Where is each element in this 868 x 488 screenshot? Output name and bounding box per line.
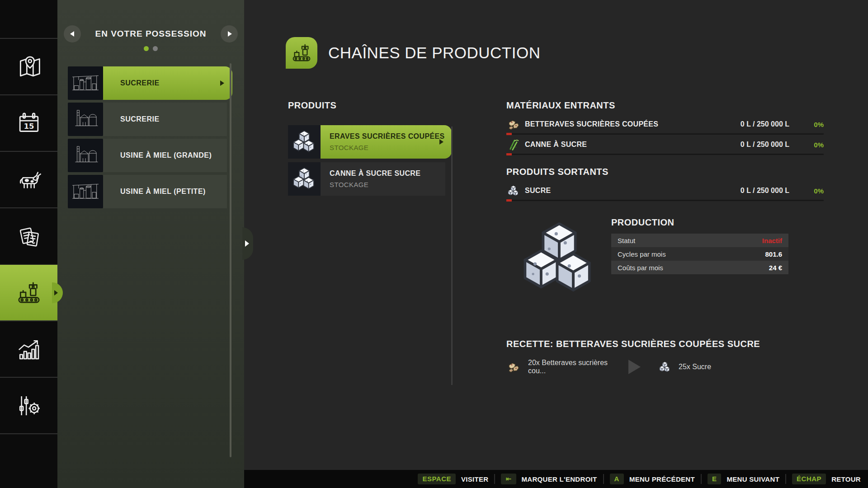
building-list: SUCRERIE SUCRERIE USINE À MIEL (GRANDE): [68, 66, 227, 211]
production-block: PRODUCTION Statut Inactif Cycles par moi…: [506, 217, 824, 300]
hint-menu-suivant: E MENU SUIVANT: [708, 474, 779, 485]
sidebar-item-contracts[interactable]: [0, 207, 57, 264]
refinery-thumbnail-icon: [71, 180, 100, 203]
stat-value-status: Inactif: [762, 237, 782, 244]
sugar-cubes-icon: [292, 166, 317, 192]
hint-label: RETOUR: [831, 475, 861, 483]
sidebar-item-map[interactable]: [0, 38, 57, 94]
key-espace: ESPACE: [418, 474, 456, 485]
page-dot-active[interactable]: [144, 46, 149, 51]
output-percent: 0%: [789, 187, 824, 195]
input-row-canne: CANNE À SUCRE 0 L / 250 000 L 0%: [506, 138, 824, 155]
stat-value: 801.6: [765, 250, 782, 258]
stat-label: Statut: [618, 237, 635, 244]
product-thumbnail: [288, 125, 321, 159]
recipe-row: 20x Betteraves sucrières cou... 25x Sucr…: [506, 359, 824, 375]
hint-label: VISITER: [461, 475, 488, 483]
production-icon: [291, 42, 312, 63]
product-image-sugar: [519, 217, 599, 300]
selected-arrow-icon: [439, 139, 443, 145]
cow-icon: [16, 167, 42, 192]
input-percent: 0%: [789, 141, 824, 149]
recipe-output-text: 25x Sucre: [679, 363, 711, 371]
building-thumbnail: [68, 139, 103, 172]
page-icon-badge: [286, 37, 317, 69]
product-name: CANNE À SUCRE SUCRE: [330, 169, 445, 178]
page-dot[interactable]: [153, 46, 158, 51]
products-scrollbar[interactable]: [451, 127, 453, 385]
input-amount: 0 L / 250 000 L: [741, 141, 789, 149]
fill-level-bar: [506, 200, 824, 201]
product-subtitle: STOCKAGE: [330, 144, 452, 151]
products-section-title: PRODUITS: [288, 100, 452, 111]
key-echap: ÉCHAP: [792, 474, 826, 485]
building-thumbnail: [68, 66, 103, 100]
output-label: SUCRE: [525, 187, 741, 195]
sugar-cubes-icon: [658, 361, 671, 373]
page-prev-button[interactable]: [64, 25, 81, 42]
product-item-canne-sucre[interactable]: CANNE À SUCRE SUCRE STOCKAGE: [288, 162, 445, 196]
building-thumbnail: [68, 103, 103, 136]
production-title: PRODUCTION: [611, 217, 788, 228]
recipe-section: RECETTE: BETTERAVES SUCRIÈRES COUPÉES SU…: [506, 339, 824, 375]
building-item-sucrerie-selected[interactable]: SUCRERIE: [68, 66, 227, 100]
building-label: SUCRERIE: [120, 79, 160, 87]
page-next-button[interactable]: [221, 25, 238, 42]
recipe-title: RECETTE: BETTERAVES SUCRIÈRES COUPÉES SU…: [506, 339, 824, 349]
product-thumbnail: [288, 162, 321, 196]
selected-arrow-icon: [220, 80, 224, 86]
sidebar-spacer: [0, 0, 57, 38]
chevron-right-icon: [228, 31, 232, 37]
sugar-cubes-icon: [292, 129, 317, 155]
ownership-header: EN VOTRE POSSESSION: [64, 24, 238, 43]
product-subtitle: STOCKAGE: [330, 181, 445, 188]
building-list-scrollbar[interactable]: [230, 63, 231, 457]
production-info: PRODUCTION Statut Inactif Cycles par moi…: [611, 217, 788, 300]
building-item-usine-miel-petite[interactable]: USINE À MIEL (PETITE): [68, 175, 227, 208]
sidebar-item-calendar[interactable]: [0, 94, 57, 151]
calendar-icon: [16, 111, 42, 136]
sugar-cubes-icon: [506, 185, 520, 197]
sidebar-item-production-chains[interactable]: [0, 264, 57, 320]
product-item-betteraves-sucre[interactable]: ERAVES SUCRIÈRES COUPÉES STOCKAGE: [288, 125, 445, 159]
building-thumbnail: [68, 175, 103, 208]
map-icon: [16, 54, 42, 80]
hint-separator: [603, 474, 604, 484]
production-chains-screen: EN VOTRE POSSESSION SUCRERIE: [0, 0, 868, 488]
building-item-sucrerie[interactable]: SUCRERIE: [68, 103, 227, 136]
fill-level-marker: [506, 199, 512, 202]
fill-level-bar: [506, 154, 824, 155]
hint-visiter: ESPACE VISITER: [418, 474, 488, 485]
sidebar-item-animals[interactable]: [0, 151, 57, 207]
stat-value: 24 €: [769, 264, 782, 272]
hint-menu-precedent: A MENU PRÉCÉDENT: [610, 474, 695, 485]
ownership-title: EN VOTRE POSSESSION: [81, 29, 221, 39]
stat-label: Cycles par mois: [618, 250, 666, 258]
key-tab-icon: ⇤: [501, 474, 516, 485]
page-title: CHAÎNES DE PRODUCTION: [328, 44, 540, 62]
hint-label: MENU SUIVANT: [726, 475, 779, 483]
building-label: USINE À MIEL (PETITE): [120, 188, 206, 196]
chevron-left-icon: [70, 31, 74, 37]
page-header: CHAÎNES DE PRODUCTION: [286, 37, 540, 69]
products-column: PRODUITS ERAVES SUCRIÈRES COUPÉES STOCKA…: [288, 100, 452, 199]
key-a: A: [610, 474, 624, 485]
chevron-right-icon: [245, 240, 249, 247]
main-content: CHAÎNES DE PRODUCTION PRODUITS ERAVES SU…: [244, 0, 868, 470]
ownership-panel: EN VOTRE POSSESSION SUCRERIE: [57, 0, 244, 488]
sidebar-item-statistics[interactable]: [0, 320, 57, 377]
building-item-usine-miel-grande[interactable]: USINE À MIEL (GRANDE): [68, 139, 227, 172]
hint-label: MENU PRÉCÉDENT: [629, 475, 695, 483]
fill-level-marker: [506, 133, 512, 135]
stat-row-statut: Statut Inactif: [611, 234, 788, 247]
hint-label: MARQUER L'ENDROIT: [522, 475, 597, 483]
factory-thumbnail-icon: [71, 108, 100, 131]
hint-separator: [701, 474, 702, 484]
sidebar-item-finances[interactable]: [0, 377, 57, 433]
recipe-input-text: 20x Betteraves sucrières cou...: [528, 359, 624, 375]
production-stats-table: Statut Inactif Cycles par mois 801.6 Coû…: [611, 234, 788, 274]
hint-retour: ÉCHAP RETOUR: [792, 474, 861, 485]
input-amount: 0 L / 250 000 L: [741, 120, 789, 128]
input-label: CANNE À SUCRE: [525, 141, 741, 149]
stats-icon: [16, 337, 42, 362]
